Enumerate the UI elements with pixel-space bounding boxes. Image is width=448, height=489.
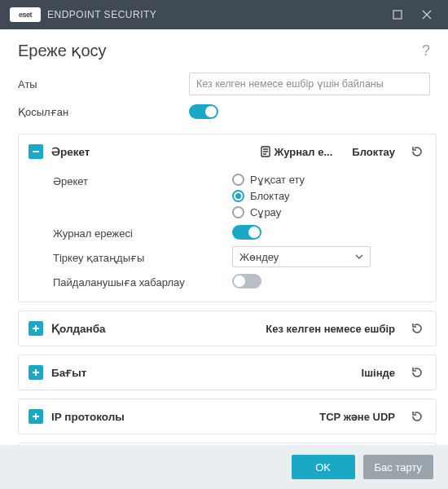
name-input[interactable]	[189, 73, 430, 95]
revert-icon	[411, 322, 424, 335]
svg-rect-0	[393, 11, 402, 19]
collapse-button[interactable]	[29, 144, 43, 159]
panel-direction-title: Бағыт	[51, 366, 86, 379]
plus-icon	[32, 324, 40, 333]
action-radio-block-label: Блоктау	[250, 190, 290, 202]
panel-application-head[interactable]: Қолданба Кез келген немесе ешбір	[19, 311, 436, 346]
brand-logo: eset	[10, 7, 41, 22]
action-radio-ask-label: Сұрау	[250, 206, 281, 218]
notify-label: Пайдаланушыға хабарлау	[53, 275, 232, 289]
revert-icon	[411, 145, 424, 158]
action-radio-allow-label: Рұқсат ету	[250, 174, 305, 186]
notify-toggle[interactable]	[232, 274, 261, 289]
brand-product: ENDPOINT SECURITY	[47, 9, 156, 20]
maximize-icon	[393, 10, 402, 20]
panel-localhost-head[interactable]: Жергілікті хост Кез келген	[19, 443, 436, 445]
enabled-toggle[interactable]	[189, 104, 218, 119]
page-title: Ереже қосу	[18, 41, 422, 60]
help-button[interactable]: ?	[422, 42, 430, 59]
cancel-button[interactable]: Бас тарту	[363, 455, 433, 479]
panel-action-title: Әрекет	[51, 145, 90, 158]
severity-value: Жөндеу	[239, 251, 279, 263]
expand-button[interactable]	[29, 365, 43, 380]
action-radio-block[interactable]: Блоктау	[232, 190, 426, 202]
panel-action-summary: Блоктау	[352, 146, 395, 158]
panel-action-log-summary: Журнал е...	[260, 146, 333, 158]
revert-icon	[411, 410, 424, 423]
revert-icon	[411, 366, 424, 379]
log-icon	[260, 146, 271, 157]
plus-icon	[32, 412, 40, 421]
titlebar: eset ENDPOINT SECURITY	[0, 0, 448, 29]
panel-direction-revert[interactable]	[408, 363, 426, 381]
panel-action: Әрекет Журнал е... Блоктау Әрекет Рұқсат…	[18, 134, 437, 302]
panel-direction-head[interactable]: Бағыт Ішінде	[19, 355, 436, 390]
panel-protocol-revert[interactable]	[408, 408, 426, 425]
panel-application: Қолданба Кез келген немесе ешбір	[18, 311, 437, 346]
close-icon	[422, 10, 432, 20]
action-label: Әрекет	[53, 174, 232, 187]
name-label: Аты	[18, 78, 189, 90]
window-close-button[interactable]	[412, 0, 441, 29]
footer: OK Бас тарту	[0, 445, 448, 489]
panel-action-revert[interactable]	[408, 143, 426, 161]
panel-application-revert[interactable]	[408, 319, 426, 337]
panel-protocol-title: IP протоколы	[51, 411, 125, 423]
action-radio-allow[interactable]: Рұқсат ету	[232, 174, 426, 186]
expand-button[interactable]	[29, 409, 43, 424]
panel-action-head[interactable]: Әрекет Журнал е... Блоктау	[19, 134, 436, 169]
panel-protocol-summary: TCP және UDP	[319, 411, 395, 423]
severity-label: Тіркеу қатаңдығы	[53, 250, 232, 264]
plus-icon	[32, 368, 40, 377]
window-maximize-button[interactable]	[383, 0, 412, 29]
panel-protocol: IP протоколы TCP және UDP	[18, 399, 437, 434]
enabled-label: Қосылған	[18, 106, 189, 118]
logrule-toggle[interactable]	[232, 225, 261, 240]
panel-action-body: Әрекет Рұқсат ету Блоктау Сұрау Журнал е…	[19, 169, 436, 302]
panel-direction-summary: Ішінде	[362, 367, 395, 379]
action-radio-group: Рұқсат ету Блоктау Сұрау	[232, 174, 426, 218]
logrule-label: Журнал ережесі	[53, 226, 232, 240]
panel-protocol-head[interactable]: IP протоколы TCP және UDP	[19, 399, 436, 434]
panel-scroll-area[interactable]: Әрекет Журнал е... Блоктау Әрекет Рұқсат…	[0, 134, 448, 445]
page-header: Ереже қосу ?	[0, 29, 448, 67]
panel-application-summary: Кез келген немесе ешбір	[266, 323, 395, 335]
panel-action-log-summary-text: Журнал е...	[275, 146, 333, 158]
action-radio-ask[interactable]: Сұрау	[232, 206, 426, 218]
panel-direction: Бағыт Ішінде	[18, 355, 437, 390]
severity-select[interactable]: Жөндеу	[232, 246, 371, 267]
expand-button[interactable]	[29, 321, 43, 336]
chevron-down-icon	[355, 251, 363, 263]
panel-localhost: Жергілікті хост Кез келген	[18, 443, 437, 445]
top-fields: Аты Қосылған	[0, 67, 448, 134]
ok-button[interactable]: OK	[292, 455, 355, 479]
minus-icon	[32, 148, 40, 156]
panel-application-title: Қолданба	[51, 322, 106, 335]
